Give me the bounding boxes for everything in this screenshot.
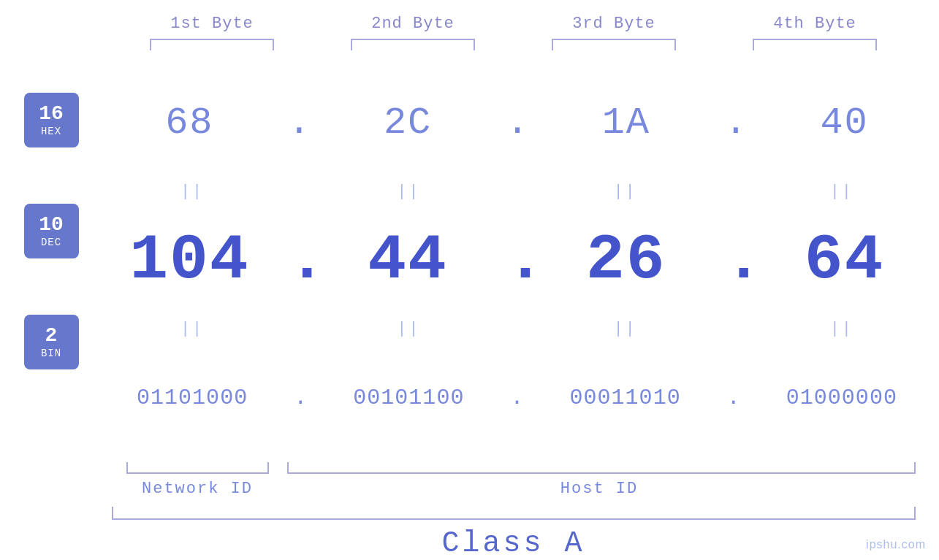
- dec-row: 104 . 44 . 26 . 64: [95, 202, 939, 318]
- bin-badge: 2 BIN: [24, 315, 79, 369]
- dbar-1-3: ||: [613, 183, 636, 201]
- hex-b1-cell: 68: [95, 101, 284, 145]
- top-bracket-3: [514, 39, 715, 50]
- dec-badge: 10 DEC: [24, 204, 79, 258]
- sep2-c2: ||: [311, 320, 506, 338]
- dbar-2-3: ||: [613, 320, 636, 338]
- dec-b3-cell: 26: [532, 224, 721, 296]
- bin-b1: 01101000: [137, 386, 248, 410]
- class-bracket: [112, 507, 916, 520]
- top-bracket-2: [313, 39, 514, 50]
- hex-dot-2: .: [503, 101, 532, 145]
- hex-b2: 2C: [384, 101, 432, 145]
- dec-b4-cell: 64: [750, 224, 939, 296]
- bin-b4: 01000000: [786, 386, 897, 410]
- dbar-1-4: ||: [830, 183, 854, 201]
- bin-b3: 00011010: [570, 386, 681, 410]
- badges-column: 16 HEX 10 DEC 2 BIN: [0, 65, 95, 456]
- byte3-header: 3rd Byte: [514, 15, 715, 33]
- class-label: Class A: [441, 527, 585, 560]
- dbar-1-1: ||: [180, 183, 204, 201]
- bin-dot-3: .: [723, 386, 745, 410]
- dec-b1: 104: [129, 224, 249, 296]
- top-brackets: [112, 39, 916, 50]
- sep1-c1: ||: [95, 183, 289, 201]
- dbar-2-4: ||: [830, 320, 854, 338]
- sep2-c1: ||: [95, 320, 289, 338]
- sep1-c4: ||: [745, 183, 939, 201]
- hex-b2-cell: 2C: [313, 101, 503, 145]
- dec-b3: 26: [586, 224, 666, 296]
- bracket-top-4: [753, 39, 877, 50]
- sep2-c3: ||: [528, 320, 723, 338]
- bin-b2-cell: 00101100: [311, 386, 506, 410]
- hex-b1: 68: [165, 101, 213, 145]
- dec-badge-label: DEC: [41, 237, 61, 248]
- hex-b3-cell: 1A: [532, 101, 721, 145]
- separator-2: || || || ||: [95, 318, 939, 340]
- host-id-label: Host ID: [284, 480, 916, 498]
- bin-row: 01101000 . 00101100 . 00011010 . 0100000…: [95, 340, 939, 456]
- hex-dot-3: .: [721, 101, 750, 145]
- byte2-header: 2nd Byte: [313, 15, 514, 33]
- bin-dot-1: .: [289, 386, 311, 410]
- bracket-top-3: [552, 39, 676, 50]
- dec-b2-cell: 44: [313, 224, 503, 296]
- bracket-top-1: [150, 39, 274, 50]
- sep1-c2: ||: [311, 183, 506, 201]
- byte-headers: 1st Byte 2nd Byte 3rd Byte 4th Byte: [112, 15, 916, 33]
- content-area: 16 HEX 10 DEC 2 BIN 68 . 2C: [0, 65, 939, 456]
- bin-badge-number: 2: [45, 325, 58, 348]
- dec-b4: 64: [805, 224, 885, 296]
- dec-dot-3: .: [721, 224, 750, 296]
- bin-b2: 00101100: [353, 386, 464, 410]
- bin-b1-cell: 01101000: [95, 386, 289, 410]
- main-container: 1st Byte 2nd Byte 3rd Byte 4th Byte 16 H…: [0, 0, 939, 560]
- hex-badge-label: HEX: [41, 126, 61, 137]
- dbar-2-2: ||: [397, 320, 420, 338]
- hex-b4-cell: 40: [750, 101, 939, 145]
- dbar-1-2: ||: [397, 183, 420, 201]
- values-grid: 68 . 2C . 1A . 40 || ||: [95, 65, 939, 456]
- separator-1: || || || ||: [95, 180, 939, 202]
- byte1-header: 1st Byte: [112, 15, 313, 33]
- dec-b2: 44: [368, 224, 448, 296]
- bin-b3-cell: 00011010: [528, 386, 723, 410]
- hex-b4: 40: [820, 101, 868, 145]
- dbar-2-1: ||: [180, 320, 204, 338]
- bracket-top-2: [351, 39, 475, 50]
- bin-dot-2: .: [506, 386, 528, 410]
- dec-dot-2: .: [503, 224, 532, 296]
- hex-row: 68 . 2C . 1A . 40: [95, 65, 939, 180]
- dec-badge-number: 10: [39, 214, 64, 237]
- hex-badge: 16 HEX: [24, 93, 79, 147]
- network-id-bracket: [126, 462, 269, 474]
- bottom-section: Network ID Host ID Class A: [112, 459, 916, 560]
- top-bracket-4: [715, 39, 916, 50]
- top-bracket-1: [112, 39, 313, 50]
- dec-dot-1: .: [284, 224, 313, 296]
- byte4-header: 4th Byte: [715, 15, 916, 33]
- sep2-c4: ||: [745, 320, 939, 338]
- sep1-c3: ||: [528, 183, 723, 201]
- hex-b3: 1A: [602, 101, 650, 145]
- hex-dot-1: .: [284, 101, 313, 145]
- dec-b1-cell: 104: [95, 224, 284, 296]
- host-id-bracket: [287, 462, 916, 474]
- watermark: ipshu.com: [866, 538, 926, 551]
- hex-badge-number: 16: [39, 103, 64, 126]
- bin-b4-cell: 01000000: [745, 386, 939, 410]
- network-id-label: Network ID: [112, 480, 284, 498]
- bin-badge-label: BIN: [41, 348, 61, 359]
